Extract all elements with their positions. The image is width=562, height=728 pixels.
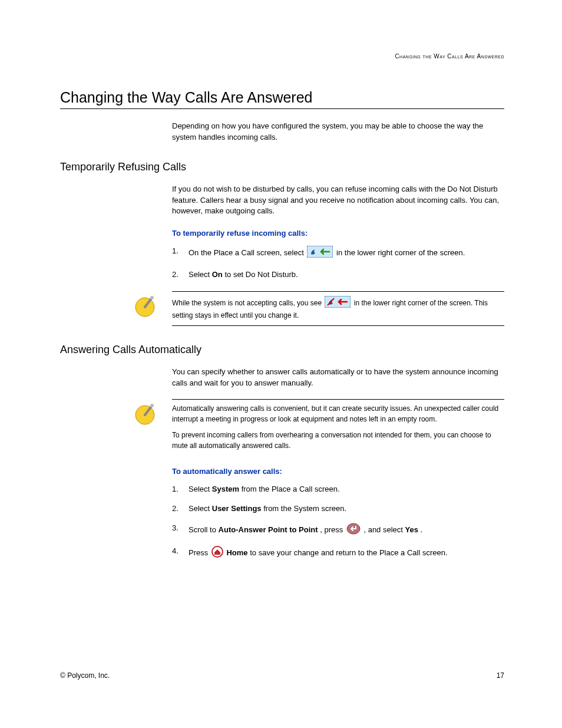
step-bold: User Settings [212,504,262,513]
note-pin-icon [132,293,158,319]
section-heading-auto: Answering Calls Automatically [60,344,504,356]
section-heading-refusing: Temporarily Refusing Calls [60,161,504,173]
step-bold: System [212,485,239,493]
svg-point-2 [150,296,154,299]
step-text: , and select [363,525,405,534]
home-button-icon [211,546,223,561]
section2-procedure-title: To automatically answer calls: [172,467,504,476]
note-pin-icon [132,401,158,427]
step-text: Press [189,549,210,558]
list-item: On the Place a Call screen, select in th… [172,246,504,261]
section2-note: Automatically answering calls is conveni… [172,399,504,455]
list-item: Select System from the Place a Call scre… [172,484,504,495]
step-text: to set Do Not Disturb. [224,270,297,279]
step-text: from the Place a Call screen. [242,485,340,493]
step-text: Select [189,485,212,493]
section1-intro: If you do not wish to be disturbed by ca… [172,184,504,218]
svg-point-6 [150,404,154,407]
dnd-active-icon [325,296,351,311]
step-text: Select [189,270,212,279]
step-text: from the System screen. [263,504,346,513]
step-text: , press [320,525,345,534]
step-bold: Home [226,549,247,558]
note-text: To prevent incoming callers from overhea… [172,430,504,451]
section2-steps: Select System from the Place a Call scre… [172,484,504,561]
page-number: 17 [497,671,504,680]
note-text: While the system is not accepting calls,… [172,299,323,307]
step-text: in the lower right corner of the screen. [336,249,465,258]
intro-paragraph: Depending on how you have configured the… [172,121,504,143]
footer-copyright: © Polycom, Inc. [60,671,110,680]
step-bold: On [212,270,223,279]
section1-procedure-title: To temporarily refuse incoming calls: [172,229,504,238]
section1-steps: On the Place a Call screen, select in th… [172,246,504,281]
note-text: Automatically answering calls is conveni… [172,404,504,424]
section2-intro: You can specify whether to answer calls … [172,367,504,389]
enter-button-icon [346,523,361,538]
list-item: Select On to set Do Not Disturb. [172,269,504,281]
section1-note: While the system is not accepting calls,… [172,291,504,326]
running-header: Changing the Way Calls Are Answered [60,53,504,60]
step-text: . [421,525,423,534]
dnd-available-icon [307,246,333,261]
list-item: Select User Settings from the System scr… [172,503,504,515]
step-bold: Yes [405,525,418,534]
list-item: Scroll to Auto-Answer Point to Point , p… [172,523,504,538]
page-title: Changing the Way Calls Are Answered [60,89,504,109]
step-text: On the Place a Call screen, select [189,249,306,258]
step-text: Select [189,504,212,513]
step-bold: Auto-Answer Point to Point [219,525,318,534]
step-text: Scroll to [189,525,219,534]
step-text: to save your change and return to the Pl… [250,549,447,558]
list-item: Press Home to save your change and retur… [172,546,504,561]
